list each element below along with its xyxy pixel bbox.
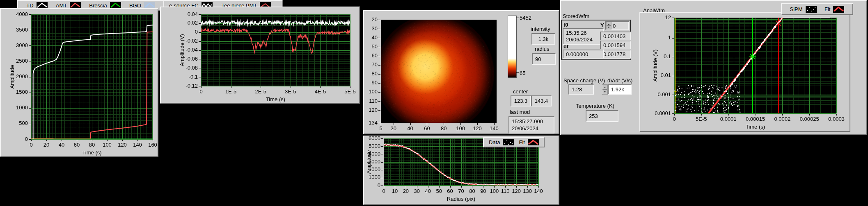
colorbar[interactable] [508,16,517,78]
legend-item-anal-fit[interactable]: Fit [824,6,844,13]
dt-label: dt [563,43,568,50]
analwfm-chart[interactable] [640,13,850,131]
wfm-value-1: 0.001594 [600,41,631,50]
legend-label-bgo: BGO [129,2,141,9]
waveform-chart[interactable] [161,7,359,103]
legend-label-amt: AMT [56,2,67,9]
counts-chart-panel [0,8,158,157]
dvdt-down-icon: ▼ [602,90,607,95]
dvdt-value[interactable]: 1.92k [608,84,632,95]
y-index-value: 0 [613,23,616,29]
last-mod-label: last mod [510,109,530,115]
legend-label-sipm: SiPM [790,6,802,12]
storedwfm-title: StoredWfm [563,13,589,19]
legend-item-fit[interactable]: Fit [519,139,539,145]
counts-chart[interactable] [1,9,158,156]
waveform-chart-panel [160,7,360,104]
legend-label-brescia: Brescia [89,2,107,9]
fit-plot-icon [528,139,539,145]
center-label: center [513,88,528,95]
control-panel: StoredWfm t0 15:35:26 20/06/2024 Y ▲▼ 0 … [560,0,867,135]
radial-plot-legend: Data Fit [483,137,545,147]
beam-image-panel: 5452 65 intensity 1.3k radius 90 center … [363,10,559,134]
colorbar-max-value: 5452 [520,15,531,21]
intensity-label: intensity [531,26,550,32]
last-mod-date: 20/06/2024 [512,125,538,132]
data-plot-icon [503,139,514,145]
colorbar-min-tick2 [516,72,519,73]
colorbar-min-value: 65 [520,70,525,76]
legend-label-fit: Fit [519,139,525,145]
dvdt-up-icon: ▲ [602,85,607,90]
labview-front-panel: TD AMT Brescia BGO [0,0,868,206]
analwfm-chart-frame [639,12,850,132]
anal-fit-plot-icon [833,6,844,13]
legend-label-td: TD [26,2,33,9]
temperature-value[interactable]: 253 [586,110,618,122]
legend-label-anal-fit: Fit [824,6,830,12]
dvdt-spinner[interactable]: ▲▼ [602,84,608,95]
dvdt-label: dV/dt (V/s) [607,77,632,84]
t0-time: 15:35:26 [566,30,587,36]
intensity-value: 1.3k [531,33,555,45]
colorbar-min-tick [516,71,519,71]
radial-profile-panel: Data Fit [363,136,559,205]
space-charge-label: Space charge (V) [563,77,605,84]
last-mod-time: 15:35:27.000 [512,118,543,125]
wfm-value-0: 0.001403 [600,32,631,41]
legend-label-data: Data [489,139,500,145]
y-index-up-icon: ▲ [607,23,611,26]
center-x-value: 123.3 [511,95,531,106]
space-charge-value: 1.28 [568,84,594,95]
colorbar-max-tick [516,18,519,18]
sipm-plot-icon [806,6,817,13]
storedwfm-cluster: t0 15:35:26 20/06/2024 Y ▲▼ 0 0.001403 0… [561,20,631,60]
last-mod-value: 15:35:27.000 20/06/2024 [508,116,554,134]
temperature-label: Temperature (K) [576,103,614,109]
y-index-spinner[interactable]: ▲▼ [606,22,611,29]
t0-label: t0 [563,22,568,28]
wfm-value-2: 0.001778 [600,50,631,59]
t0-date: 20/06/2024 [566,36,593,43]
y-index-label: Y [600,22,604,28]
dt-value[interactable]: 0.000000 [563,50,604,59]
legend-item-data[interactable]: Data [489,139,514,145]
legend-item-sipm[interactable]: SiPM [790,6,816,13]
radius-label: radius [535,46,549,52]
t0-value[interactable]: 15:35:26 20/06/2024 [563,28,604,45]
y-index-down-icon: ▼ [607,26,611,29]
radius-value: 90 [532,53,556,65]
analwfm-plot-legend: SiPM Fit [781,3,853,15]
beam-image[interactable] [364,11,559,134]
y-index-control[interactable]: ▲▼ 0 [605,21,629,30]
center-y-value: 143.4 [531,95,552,106]
